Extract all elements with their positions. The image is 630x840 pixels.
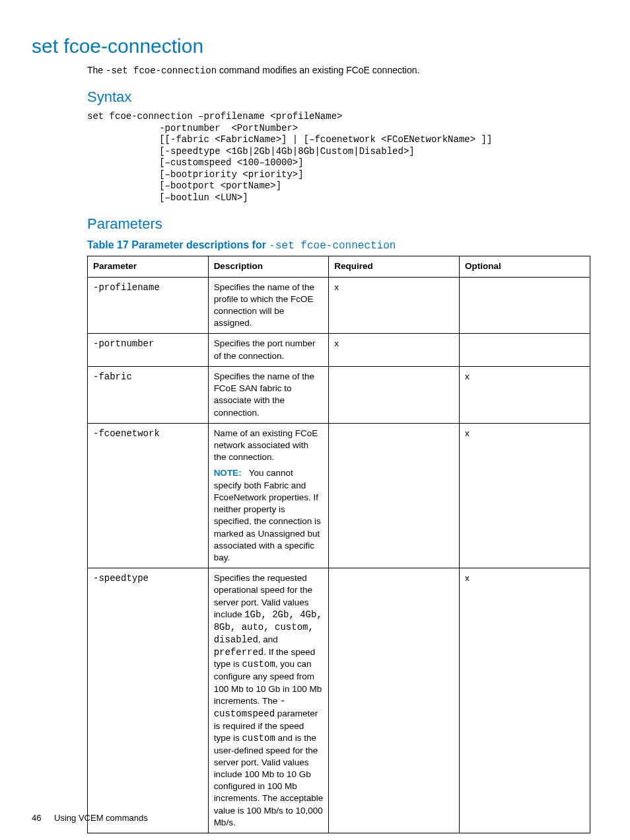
param-name: -portnumber [93,338,154,349]
param-optional: x [460,423,590,568]
th-optional: Optional [460,256,590,277]
note-label: NOTE: [214,468,242,478]
th-description: Description [208,256,329,277]
param-optional: x [460,568,590,833]
table-row: -fabric Specifies the name of the FCoE S… [88,366,590,423]
parameters-heading: Parameters [87,214,590,234]
param-required [329,423,460,568]
table-row: -fcoenetwork Name of an existing FCoE ne… [88,423,590,568]
speedtype-f: and is the user-defined speed for the se… [214,733,324,827]
param-name: -speedtype [93,573,149,584]
speedtype-custom2: custom [242,733,275,744]
th-parameter: Parameter [88,256,209,277]
param-desc: Name of an existing FCoE network associa… [208,423,329,568]
table-caption-prefix: Table 17 Parameter descriptions for [87,239,269,250]
intro-post: command modifies an existing FCoE connec… [217,65,419,75]
table-header-row: Parameter Description Required Optional [88,256,590,277]
page-title: set fcoe-connection [32,33,590,60]
table-row: -speedtype Specifies the requested opera… [88,568,590,833]
param-optional [460,277,590,334]
table-caption-code: -set fcoe-connection [269,240,396,252]
param-required: x [329,334,460,366]
page-number: 46 [32,813,41,823]
syntax-heading: Syntax [87,87,590,107]
table-row: -profilename Specifies the name of the p… [88,277,590,334]
intro-paragraph: The -set fcoe-connection command modifie… [87,64,590,77]
table-row: -portnumber Specifies the port number of… [88,334,590,366]
speedtype-custom1: custom [242,659,275,669]
param-optional [460,334,590,366]
param-optional: x [460,366,590,423]
table-caption: Table 17 Parameter descriptions for -set… [87,238,590,254]
th-required: Required [329,256,460,277]
speedtype-pref: preferred [214,647,264,658]
intro-pre: The [87,65,106,75]
fcoenetwork-note: NOTE: You cannot specify both Fabric and… [214,467,324,564]
speedtype-b: , and [258,634,278,644]
page-footer: 46 Using VCEM commands [32,812,148,824]
param-required [329,366,460,423]
footer-section: Using VCEM commands [54,813,148,823]
fcoenetwork-desc1: Name of an existing FCoE network associa… [214,428,324,464]
parameters-table: Parameter Description Required Optional … [87,256,590,833]
intro-code: -set fcoe-connection [106,65,217,76]
param-desc: Specifies the requested operational spee… [208,568,329,833]
param-desc: Specifies the name of the FCoE SAN fabri… [208,366,329,423]
syntax-block: set fcoe-connection –profilename <profil… [87,111,590,204]
note-text: You cannot specify both Fabric and FcoeN… [214,468,321,562]
param-name: -fcoenetwork [93,428,160,439]
param-name: -fabric [93,371,132,382]
param-name: -profilename [93,282,160,293]
param-desc: Specifies the name of the profile to whi… [208,277,329,334]
param-desc: Specifies the port number of the connect… [208,334,329,366]
param-required [329,568,460,833]
param-required: x [329,277,460,334]
